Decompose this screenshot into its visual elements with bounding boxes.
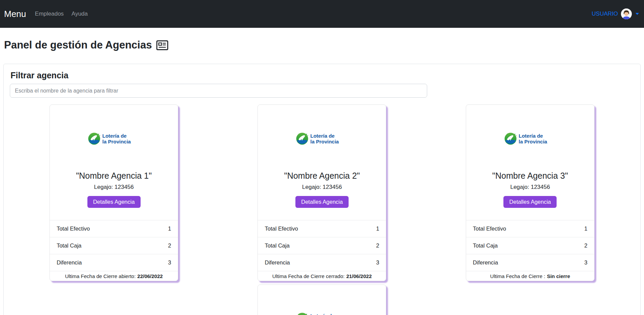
stat-total-efectivo: Total Efectivo 1 xyxy=(50,220,178,237)
filter-heading: Filtrar agencia xyxy=(11,70,634,80)
logo-text-line1: Lotería de xyxy=(519,133,543,139)
agency-card-2: Lotería de la Provincia "Nombre Agencia … xyxy=(257,104,386,281)
footer-value: Sin cierre xyxy=(547,273,570,279)
agency-card-footer: Ultima Fecha de Cierre abierto: 22/06/20… xyxy=(50,271,178,281)
agency-stats-list: Total Efectivo 1 Total Caja 2 Diferencia… xyxy=(258,220,386,271)
agency-name: "Nombre Agencia 3" xyxy=(466,171,594,181)
page-title: Panel de gestión de Agencias xyxy=(4,38,152,52)
agency-name: "Nombre Agencia 2" xyxy=(258,171,386,181)
logo-text-line1: Lotería de xyxy=(310,133,335,139)
chevron-down-icon xyxy=(636,13,639,15)
agency-stats-list: Total Efectivo 1 Total Caja 2 Diferencia… xyxy=(466,220,594,271)
navbar-brand[interactable]: Menu xyxy=(4,9,26,19)
stat-label: Total Caja xyxy=(473,242,498,249)
stat-value: 2 xyxy=(584,242,587,249)
stat-label: Diferencia xyxy=(265,259,290,266)
agency-legajo: Legajo: 123456 xyxy=(50,184,178,191)
stat-label: Diferencia xyxy=(473,259,498,266)
stat-value: 1 xyxy=(584,225,587,232)
stat-value: 3 xyxy=(584,259,587,266)
agency-card-footer: Ultima Fecha de Cierre cerrado: 21/06/20… xyxy=(258,271,386,281)
stat-diferencia: Diferencia 3 xyxy=(258,254,386,271)
navbar: Menu Empleados Ayuda USUARIO xyxy=(0,0,644,28)
stat-value: 3 xyxy=(376,259,379,266)
stat-total-caja: Total Caja 2 xyxy=(50,237,178,254)
detalles-agencia-button[interactable]: Detalles Agencia xyxy=(503,196,557,208)
stat-value: 1 xyxy=(168,225,171,232)
detalles-agencia-button[interactable]: Detalles Agencia xyxy=(87,196,141,208)
footer-label: Ultima Fecha de Cierre : xyxy=(490,273,545,279)
agency-card-footer: Ultima Fecha de Cierre : Sin cierre xyxy=(466,271,594,281)
agency-legajo: Legajo: 123456 xyxy=(466,184,594,191)
loteria-provincia-logo: Lotería de la Provincia xyxy=(258,133,386,145)
stat-total-efectivo: Total Efectivo 1 xyxy=(466,220,594,237)
nav-link-ayuda[interactable]: Ayuda xyxy=(71,11,88,17)
stat-label: Total Efectivo xyxy=(473,225,506,232)
stat-total-caja: Total Caja 2 xyxy=(258,237,386,254)
newspaper-icon xyxy=(156,40,168,52)
user-avatar xyxy=(621,8,632,19)
stat-value: 2 xyxy=(168,242,171,249)
stat-label: Total Efectivo xyxy=(265,225,298,232)
agency-name: "Nombre Agencia 1" xyxy=(50,171,178,181)
agency-legajo: Legajo: 123456 xyxy=(258,184,386,191)
footer-label: Ultima Fecha de Cierre abierto: xyxy=(65,273,136,279)
user-dropdown[interactable]: USUARIO xyxy=(592,8,639,19)
detalles-agencia-button[interactable]: Detalles Agencia xyxy=(295,196,349,208)
stat-diferencia: Diferencia 3 xyxy=(50,254,178,271)
loteria-provincia-logo: Lotería de la Provincia xyxy=(258,313,386,315)
user-dropdown-label: USUARIO xyxy=(592,11,618,17)
footer-value: 22/06/2022 xyxy=(137,273,163,279)
stat-value: 2 xyxy=(376,242,379,249)
stat-label: Total Efectivo xyxy=(57,225,90,232)
nav-link-empleados[interactable]: Empleados xyxy=(35,11,64,17)
agency-card-4-partial: Lotería de la Provincia xyxy=(257,284,386,315)
logo-text-line2: la Provincia xyxy=(310,139,339,144)
stat-diferencia: Diferencia 3 xyxy=(466,254,594,271)
stat-label: Diferencia xyxy=(57,259,82,266)
stat-value: 1 xyxy=(376,225,379,232)
stat-label: Total Caja xyxy=(265,242,289,249)
logo-text-line1: Lotería de xyxy=(102,133,127,139)
logo-text-line2: la Provincia xyxy=(102,139,131,144)
stat-value: 3 xyxy=(168,259,171,266)
footer-label: Ultima Fecha de Cierre cerrado: xyxy=(272,273,345,279)
loteria-provincia-logo: Lotería de la Provincia xyxy=(50,133,178,145)
stat-total-efectivo: Total Efectivo 1 xyxy=(258,220,386,237)
agency-card-3: Lotería de la Provincia "Nombre Agencia … xyxy=(466,104,595,281)
stat-label: Total Caja xyxy=(57,242,81,249)
logo-text-line2: la Provincia xyxy=(519,139,547,144)
agency-stats-list: Total Efectivo 1 Total Caja 2 Diferencia… xyxy=(50,220,178,271)
filter-panel: Filtrar agencia Lotería de la Prov xyxy=(3,64,641,315)
logo-text-line1: Lotería de xyxy=(310,313,335,315)
loteria-provincia-logo: Lotería de la Provincia xyxy=(466,133,594,145)
agency-cards-grid: Lotería de la Provincia "Nombre Agencia … xyxy=(10,104,634,315)
footer-value: 21/06/2022 xyxy=(346,273,372,279)
page-header: Panel de gestión de Agencias xyxy=(0,28,644,64)
stat-total-caja: Total Caja 2 xyxy=(466,237,594,254)
agency-card-1: Lotería de la Provincia "Nombre Agencia … xyxy=(49,104,178,281)
agency-filter-input[interactable] xyxy=(10,84,427,98)
